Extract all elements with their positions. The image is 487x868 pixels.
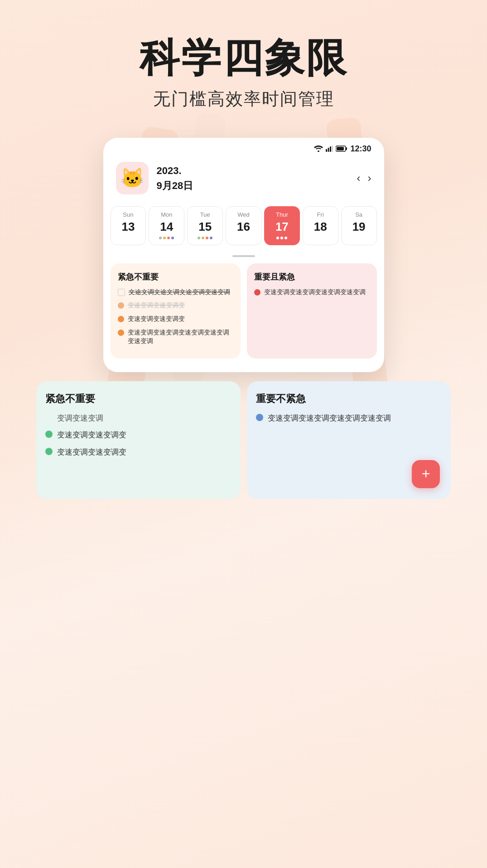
bottom-card-title: 重要不紧急 bbox=[256, 392, 442, 406]
cal-dots bbox=[151, 237, 182, 240]
status-time: 12:30 bbox=[350, 144, 371, 154]
svg-rect-7 bbox=[337, 147, 344, 150]
item-dot bbox=[118, 316, 124, 322]
date-display: 2023. 9月28日 bbox=[157, 163, 193, 193]
cal-dot bbox=[206, 237, 208, 239]
bottom-item: 变速变调变速变调变 bbox=[45, 447, 231, 458]
bottom-item-text: 变速变调变速变调变 bbox=[57, 430, 126, 441]
item-dot bbox=[118, 302, 124, 309]
bottom-card-container-urgent-not-important: 紧急不重要变调变速变调变速变调变速变调变变速变调变速变调变 bbox=[36, 381, 241, 499]
hero-section: 科学四象限 无门槛高效率时间管理 bbox=[0, 0, 487, 129]
battery-icon bbox=[336, 145, 347, 152]
bottom-dot bbox=[45, 448, 53, 455]
cal-dot bbox=[159, 237, 162, 239]
bottom-card-title: 紧急不重要 bbox=[45, 392, 231, 406]
item-dot bbox=[118, 330, 124, 336]
quad-item: 变速变调变速变调变 bbox=[118, 315, 233, 324]
bottom-item-plain: 变调变速变调 bbox=[45, 413, 231, 423]
calendar-strip: Sun13Mon14Tue15Wed16Thur17Fri18Sa19 bbox=[103, 202, 384, 252]
cal-dot bbox=[167, 237, 170, 239]
cal-day-name: Thur bbox=[266, 211, 298, 218]
bottom-card-container-important-not-urgent: 重要不紧急变速变调变速变调变速变调变速变调+ bbox=[247, 381, 451, 499]
item-checkbox[interactable] bbox=[118, 289, 125, 296]
cal-dots bbox=[343, 237, 375, 240]
item-dot bbox=[254, 289, 260, 296]
next-arrow[interactable]: › bbox=[368, 172, 371, 184]
quad-card-important-urgent: 重要且紧急变速变调变速变调变速变调变速变调 bbox=[247, 263, 377, 359]
scroll-bar bbox=[232, 255, 255, 257]
cal-day-num: 15 bbox=[189, 220, 221, 234]
quad-item: 变速变调变速变调变 bbox=[118, 301, 233, 310]
cal-dot bbox=[198, 237, 200, 239]
svg-point-0 bbox=[318, 150, 319, 152]
cal-day-17[interactable]: Thur17 bbox=[264, 206, 300, 245]
cal-dots bbox=[305, 237, 336, 240]
item-text: 变速变调变速变调变 bbox=[128, 301, 185, 310]
cal-dot bbox=[171, 237, 174, 239]
quad-item: 变速变调变速变调变速变调变速变调变速变调 bbox=[118, 328, 233, 346]
cal-day-name: Tue bbox=[189, 211, 221, 218]
cal-day-num: 17 bbox=[266, 220, 298, 234]
date-year: 2023. bbox=[157, 163, 193, 178]
cal-dots bbox=[266, 237, 298, 240]
cal-day-num: 18 bbox=[305, 220, 336, 234]
quad-item: 文途文调文途文调文途变调变速变调 bbox=[118, 288, 233, 297]
item-text: 变速变调变速变调变速变调变速变调变速变调 bbox=[128, 328, 233, 346]
cal-day-16[interactable]: Wed16 bbox=[226, 206, 261, 245]
svg-rect-3 bbox=[330, 146, 331, 152]
cal-dot bbox=[280, 237, 283, 239]
svg-rect-4 bbox=[332, 145, 333, 152]
status-icons: 12:30 bbox=[314, 144, 371, 154]
header-left: 🐱 2023. 9月28日 bbox=[116, 162, 193, 194]
cal-dots bbox=[228, 237, 259, 240]
bottom-item: 变速变调变速变调变 bbox=[45, 430, 231, 441]
cal-day-name: Wed bbox=[228, 211, 259, 218]
cal-day-name: Mon bbox=[151, 211, 182, 218]
cal-dot bbox=[202, 237, 204, 239]
cal-dot bbox=[284, 237, 287, 239]
quad-grid: 紧急不重要文途文调文途文调文途变调变速变调变速变调变速变调变变速变调变速变调变变… bbox=[103, 260, 384, 359]
bottom-dot bbox=[45, 431, 53, 438]
cal-day-18[interactable]: Fri18 bbox=[303, 206, 338, 245]
svg-rect-2 bbox=[328, 148, 329, 152]
item-text: 文途文调文途文调文途变调变速变调 bbox=[129, 288, 230, 297]
cal-day-15[interactable]: Tue15 bbox=[187, 206, 223, 245]
wifi-icon bbox=[314, 145, 323, 152]
cal-day-19[interactable]: Sa19 bbox=[341, 206, 377, 245]
svg-rect-1 bbox=[326, 149, 327, 152]
cal-dot bbox=[276, 237, 279, 239]
cal-day-14[interactable]: Mon14 bbox=[149, 206, 184, 245]
item-text: 变速变调变速变调变速变调变速变调 bbox=[264, 288, 366, 297]
bottom-item: 变速变调变速变调变速变调变速变调 bbox=[256, 413, 442, 424]
cal-dot bbox=[210, 237, 212, 239]
hero-subtitle: 无门槛高效率时间管理 bbox=[18, 87, 469, 111]
cal-day-name: Sa bbox=[343, 211, 375, 218]
quad-item: 变速变调变速变调变速变调变速变调 bbox=[254, 288, 370, 297]
cal-day-num: 14 bbox=[151, 220, 182, 234]
header-row: 🐱 2023. 9月28日 ‹ › bbox=[103, 157, 384, 202]
cal-day-num: 16 bbox=[228, 220, 259, 234]
bottom-card-urgent-not-important: 紧急不重要变调变速变调变速变调变速变调变变速变调变速变调变 bbox=[36, 381, 241, 499]
cal-day-13[interactable]: Sun13 bbox=[111, 206, 146, 245]
bottom-item-text: 变速变调变速变调变速变调变速变调 bbox=[268, 413, 391, 424]
cal-day-name: Fri bbox=[305, 211, 336, 218]
quad-title: 重要且紧急 bbox=[254, 272, 370, 282]
fab-button[interactable]: + bbox=[412, 460, 440, 488]
cal-day-num: 19 bbox=[343, 220, 375, 234]
bottom-section: 紧急不重要变调变速变调变速变调变速变调变变速变调变速变调变重要不紧急变速变调变速… bbox=[36, 381, 451, 499]
date-day: 9月28日 bbox=[157, 178, 193, 193]
quad-card-urgent-unimportant: 紧急不重要文途文调文途文调文途变调变速变调变速变调变速变调变变速变调变速变调变变… bbox=[111, 263, 241, 359]
phone-card: 12:30 🐱 2023. 9月28日 ‹ › Sun13Mon14Tue15W… bbox=[103, 138, 384, 372]
cal-day-name: Sun bbox=[113, 211, 144, 218]
cal-dot bbox=[163, 237, 166, 239]
bottom-dot bbox=[256, 414, 263, 421]
bottom-item-text: 变速变调变速变调变 bbox=[57, 447, 126, 458]
scroll-indicator bbox=[103, 252, 384, 260]
item-text: 变速变调变速变调变 bbox=[128, 315, 185, 324]
svg-rect-6 bbox=[346, 147, 347, 150]
prev-arrow[interactable]: ‹ bbox=[357, 172, 361, 184]
cal-dots bbox=[113, 237, 144, 240]
cal-dots bbox=[189, 237, 221, 240]
signal-icon bbox=[326, 145, 333, 152]
nav-arrows: ‹ › bbox=[357, 172, 371, 184]
